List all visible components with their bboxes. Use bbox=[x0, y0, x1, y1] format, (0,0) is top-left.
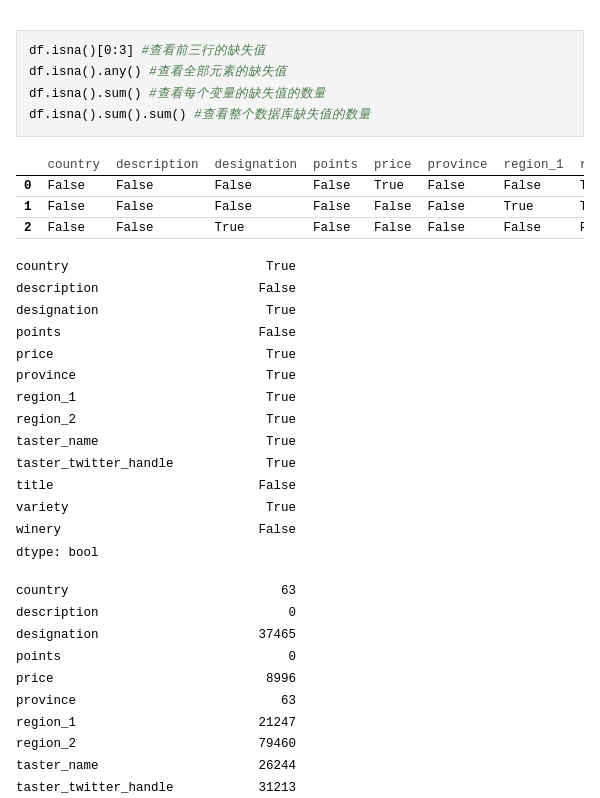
table-cell: True bbox=[207, 218, 306, 239]
sum-label: taster_name bbox=[16, 756, 216, 778]
any-value: True bbox=[216, 301, 296, 323]
table-cell: False bbox=[40, 197, 109, 218]
sum-row: province63 bbox=[16, 691, 584, 713]
any-value: True bbox=[216, 498, 296, 520]
code-line: df.isna().any() #查看全部元素的缺失值 bbox=[29, 62, 571, 83]
table-header-cell: points bbox=[305, 155, 366, 176]
sum-value: 79460 bbox=[216, 734, 296, 756]
code-line: df.isna().sum().sum() #查看整个数据库缺失值的数量 bbox=[29, 105, 571, 126]
sum-value: 26244 bbox=[216, 756, 296, 778]
sum-value: 0 bbox=[216, 603, 296, 625]
table-row: 1FalseFalseFalseFalseFalseFalseTrueTrue bbox=[16, 197, 584, 218]
any-label: title bbox=[16, 476, 216, 498]
table-cell: False bbox=[572, 218, 584, 239]
table-header-row: countrydescriptiondesignationpointsprice… bbox=[16, 155, 584, 176]
table-row: 2FalseFalseTrueFalseFalseFalseFalseFalse bbox=[16, 218, 584, 239]
table-header-cell: region_2 bbox=[572, 155, 584, 176]
any-label: region_2 bbox=[16, 410, 216, 432]
any-value: True bbox=[216, 432, 296, 454]
table-cell: True bbox=[572, 197, 584, 218]
any-label: winery bbox=[16, 520, 216, 542]
any-label: description bbox=[16, 279, 216, 301]
table-cell: False bbox=[305, 197, 366, 218]
sum-value: 63 bbox=[216, 581, 296, 603]
any-value: False bbox=[216, 476, 296, 498]
any-label: taster_twitter_handle bbox=[16, 454, 216, 476]
table-cell: False bbox=[496, 176, 572, 197]
any-row: region_2True bbox=[16, 410, 584, 432]
code-block: df.isna()[0:3] #查看前三行的缺失值df.isna().any()… bbox=[16, 30, 584, 137]
sum-row: designation37465 bbox=[16, 625, 584, 647]
any-value: True bbox=[216, 454, 296, 476]
sum-row: price8996 bbox=[16, 669, 584, 691]
code-line: df.isna().sum() #查看每个变量的缺失值的数量 bbox=[29, 84, 571, 105]
sum-label: country bbox=[16, 581, 216, 603]
table-cell: False bbox=[108, 218, 207, 239]
any-row: provinceTrue bbox=[16, 366, 584, 388]
table-cell: False bbox=[420, 176, 496, 197]
any-value: True bbox=[216, 345, 296, 367]
table-header-cell bbox=[16, 155, 40, 176]
any-value: True bbox=[216, 257, 296, 279]
sum-label: points bbox=[16, 647, 216, 669]
sum-label: region_2 bbox=[16, 734, 216, 756]
row-index: 2 bbox=[16, 218, 40, 239]
table-cell: False bbox=[108, 176, 207, 197]
sum-label: province bbox=[16, 691, 216, 713]
table-header-cell: country bbox=[40, 155, 109, 176]
any-label: variety bbox=[16, 498, 216, 520]
table-header-cell: designation bbox=[207, 155, 306, 176]
sum-row: taster_name26244 bbox=[16, 756, 584, 778]
any-value: False bbox=[216, 520, 296, 542]
table-cell: True bbox=[496, 197, 572, 218]
any-section: countryTruedescriptionFalsedesignationTr… bbox=[16, 257, 584, 565]
table-cell: False bbox=[40, 218, 109, 239]
table-cell: False bbox=[305, 218, 366, 239]
any-label: taster_name bbox=[16, 432, 216, 454]
table-cell: True bbox=[366, 176, 420, 197]
table-cell: True bbox=[572, 176, 584, 197]
sum-value: 31213 bbox=[216, 778, 296, 798]
any-label: price bbox=[16, 345, 216, 367]
any-row: pointsFalse bbox=[16, 323, 584, 345]
sum-label: price bbox=[16, 669, 216, 691]
dtype-line: dtype: bool bbox=[16, 543, 584, 565]
row-index: 0 bbox=[16, 176, 40, 197]
any-row: designationTrue bbox=[16, 301, 584, 323]
table-header-cell: region_1 bbox=[496, 155, 572, 176]
any-label: designation bbox=[16, 301, 216, 323]
any-row: titleFalse bbox=[16, 476, 584, 498]
table-cell: False bbox=[108, 197, 207, 218]
table-cell: False bbox=[207, 197, 306, 218]
sum-label: designation bbox=[16, 625, 216, 647]
sum-value: 8996 bbox=[216, 669, 296, 691]
any-row: countryTrue bbox=[16, 257, 584, 279]
sum-row: region_121247 bbox=[16, 713, 584, 735]
sum-label: taster_twitter_handle bbox=[16, 778, 216, 798]
any-row: region_1True bbox=[16, 388, 584, 410]
any-row: wineryFalse bbox=[16, 520, 584, 542]
any-value: False bbox=[216, 323, 296, 345]
sum-value: 63 bbox=[216, 691, 296, 713]
sum-value: 0 bbox=[216, 647, 296, 669]
table-cell: False bbox=[207, 176, 306, 197]
any-value: False bbox=[216, 279, 296, 301]
table-cell: False bbox=[305, 176, 366, 197]
any-value: True bbox=[216, 410, 296, 432]
row-index: 1 bbox=[16, 197, 40, 218]
table-header: countrydescriptiondesignationpointsprice… bbox=[16, 155, 584, 176]
sum-value: 37465 bbox=[216, 625, 296, 647]
any-row: varietyTrue bbox=[16, 498, 584, 520]
table-header-cell: description bbox=[108, 155, 207, 176]
any-label: province bbox=[16, 366, 216, 388]
table-body: 0FalseFalseFalseFalseTrueFalseFalseTrue1… bbox=[16, 176, 584, 239]
sum-label: description bbox=[16, 603, 216, 625]
sum-value: 21247 bbox=[216, 713, 296, 735]
sum-row: taster_twitter_handle31213 bbox=[16, 778, 584, 798]
any-row: descriptionFalse bbox=[16, 279, 584, 301]
code-line: df.isna()[0:3] #查看前三行的缺失值 bbox=[29, 41, 571, 62]
table-cell: False bbox=[366, 218, 420, 239]
sum-label: region_1 bbox=[16, 713, 216, 735]
any-row: taster_twitter_handleTrue bbox=[16, 454, 584, 476]
sum-row: region_279460 bbox=[16, 734, 584, 756]
